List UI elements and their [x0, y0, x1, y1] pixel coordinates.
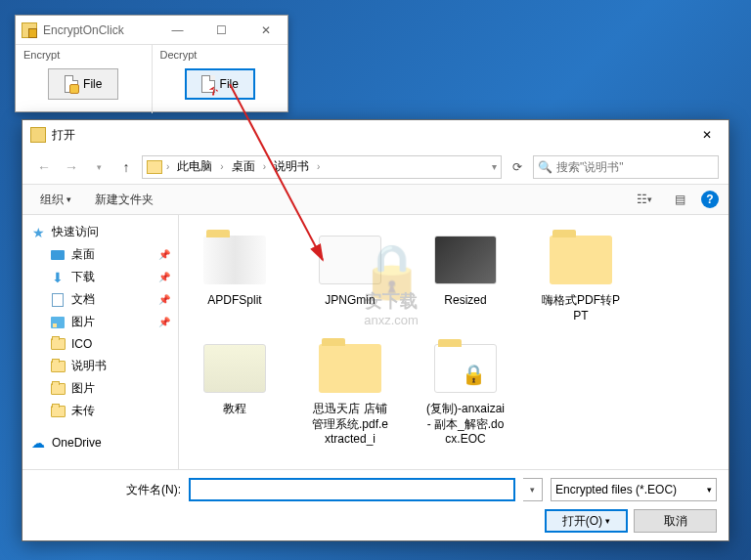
pin-icon: 📌: [158, 317, 170, 327]
open-button[interactable]: 打开(O) ▾: [545, 509, 628, 533]
folder-icon: [319, 236, 381, 284]
sidebar: ★ 快速访问 桌面📌 ⬇下载📌 文档📌 图片📌 ICO 说明书 图片 未传 ☁O…: [22, 215, 179, 469]
encrypt-label: Encrypt: [23, 49, 144, 61]
desktop-icon: [51, 250, 65, 260]
open-dialog: 打开 ✕ ← → ▾ ↑ › 此电脑 › 桌面 › 说明书 › ▾ ⟳ 🔍 组织…: [22, 119, 729, 541]
decrypt-label: Decrypt: [160, 49, 281, 61]
pin-icon: 📌: [158, 272, 170, 282]
encrypt-file-button[interactable]: File: [48, 68, 118, 100]
folder-icon: [51, 406, 66, 417]
help-button[interactable]: ?: [701, 191, 719, 208]
download-icon: ⬇: [50, 270, 66, 285]
sidebar-item-manual[interactable]: 说明书: [26, 355, 174, 377]
locked-file-icon: [434, 344, 497, 393]
dialog-icon: [30, 127, 46, 143]
close-button[interactable]: ✕: [243, 16, 287, 45]
decrypt-file-button[interactable]: File: [185, 68, 255, 100]
document-icon: [52, 293, 64, 307]
app-title: EncryptOnClick: [43, 23, 155, 37]
decrypt-file-text: File: [220, 77, 239, 91]
decrypt-section: Decrypt File: [152, 45, 288, 113]
filename-label: 文件名(N):: [34, 482, 181, 498]
list-item[interactable]: Resized: [421, 227, 509, 327]
folder-icon: [434, 236, 497, 284]
filename-input[interactable]: [189, 478, 515, 501]
folder-icon: [51, 338, 66, 350]
sidebar-item-pictures2[interactable]: 图片: [26, 377, 174, 400]
chevron-right-icon: ›: [166, 161, 169, 172]
path-dropdown[interactable]: ▾: [492, 161, 497, 172]
search-icon: 🔍: [538, 160, 552, 174]
filename-dropdown[interactable]: ▾: [523, 478, 543, 501]
preview-pane-button[interactable]: ▤: [666, 188, 693, 211]
sidebar-onedrive[interactable]: ☁OneDrive: [26, 432, 174, 453]
list-item[interactable]: 思迅天店 店铺管理系统.pdf.extracted_i: [306, 335, 394, 452]
folder-icon: [51, 361, 66, 372]
up-button[interactable]: ↑: [114, 155, 138, 179]
pin-icon: 📌: [158, 249, 170, 260]
minimize-button[interactable]: —: [155, 16, 199, 45]
encryptonclick-window: EncryptOnClick — ☐ ✕ Encrypt File Decryp…: [15, 15, 288, 112]
dialog-titlebar[interactable]: 打开 ✕: [22, 120, 729, 150]
chevron-down-icon: ▾: [707, 485, 712, 495]
nav-bar: ← → ▾ ↑ › 此电脑 › 桌面 › 说明书 › ▾ ⟳ 🔍: [22, 150, 729, 184]
sidebar-item-desktop[interactable]: 桌面📌: [26, 243, 174, 266]
crumb-pc[interactable]: 此电脑: [171, 158, 218, 175]
list-item[interactable]: (复制)-anxaizai - 副本_解密.docx.EOC: [421, 335, 509, 452]
crumb-desktop[interactable]: 桌面: [226, 158, 261, 175]
sidebar-item-pictures[interactable]: 图片📌: [26, 311, 174, 333]
file-type-filter[interactable]: Encrypted files (*.EOC) ▾: [551, 478, 717, 501]
recent-dropdown[interactable]: ▾: [87, 155, 110, 179]
sidebar-item-documents[interactable]: 文档📌: [26, 288, 174, 311]
sidebar-item-ico[interactable]: ICO: [26, 333, 174, 355]
dialog-footer: 文件名(N): ▾ Encrypted files (*.EOC) ▾ 打开(O…: [22, 469, 729, 540]
folder-icon: [147, 160, 162, 174]
encrypt-file-text: File: [83, 77, 102, 91]
folder-icon: [550, 236, 612, 284]
search-input[interactable]: [556, 160, 714, 174]
folder-icon: [203, 344, 266, 393]
back-button[interactable]: ←: [32, 155, 56, 179]
sidebar-quick-access[interactable]: ★ 快速访问: [26, 221, 174, 243]
app-titlebar[interactable]: EncryptOnClick — ☐ ✕: [16, 16, 287, 45]
crumb-current[interactable]: 说明书: [268, 158, 315, 175]
new-folder-button[interactable]: 新建文件夹: [87, 188, 161, 212]
star-icon: ★: [30, 225, 46, 240]
cloud-icon: ☁: [30, 435, 46, 451]
decrypt-file-icon: [201, 75, 215, 93]
search-box[interactable]: 🔍: [533, 155, 719, 179]
dialog-close-button[interactable]: ✕: [685, 120, 729, 150]
chevron-down-icon: ▾: [66, 194, 71, 204]
list-item[interactable]: APDFSplit: [191, 227, 279, 327]
dialog-title: 打开: [52, 127, 685, 144]
toolbar: 组织 ▾ 新建文件夹 ☷ ▾ ▤ ?: [22, 184, 729, 215]
folder-icon: [319, 344, 381, 393]
forward-button[interactable]: →: [60, 155, 83, 179]
folder-icon: [51, 383, 66, 395]
pin-icon: 📌: [158, 294, 170, 305]
encrypt-section: Encrypt File: [16, 45, 152, 113]
breadcrumb[interactable]: › 此电脑 › 桌面 › 说明书 › ▾: [142, 155, 502, 179]
picture-icon: [51, 317, 65, 328]
cancel-button[interactable]: 取消: [634, 509, 717, 533]
list-item[interactable]: JPNGmin: [306, 227, 394, 327]
folder-icon: [203, 236, 266, 284]
file-list[interactable]: APDFSplit JPNGmin Resized 嗨格式PDF转PPT 教程 …: [179, 215, 729, 469]
sidebar-item-downloads[interactable]: ⬇下载📌: [26, 266, 174, 288]
view-options-button[interactable]: ☷ ▾: [631, 188, 658, 211]
list-item[interactable]: 嗨格式PDF转PPT: [537, 227, 625, 327]
maximize-button[interactable]: ☐: [199, 16, 243, 45]
app-icon: [22, 22, 37, 38]
organize-button[interactable]: 组织 ▾: [32, 188, 79, 212]
sidebar-item-unsent[interactable]: 未传: [26, 400, 174, 422]
list-item[interactable]: 教程: [191, 335, 279, 452]
encrypt-file-icon: [65, 75, 78, 93]
refresh-button[interactable]: ⟳: [506, 155, 529, 179]
